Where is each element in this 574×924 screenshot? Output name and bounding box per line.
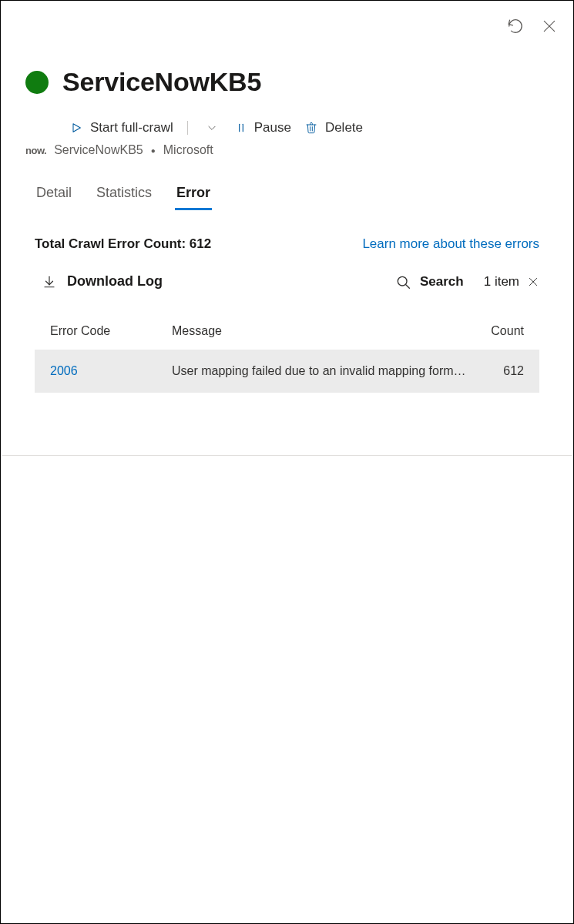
- table-header-row: Error Code Message Count: [35, 313, 539, 350]
- close-icon[interactable]: [541, 18, 558, 35]
- start-crawl-label: Start full-crawl: [90, 120, 173, 136]
- tab-error[interactable]: Error: [175, 180, 212, 209]
- status-indicator-icon: [25, 71, 49, 94]
- panel-top-controls: [507, 18, 558, 35]
- item-count-chip: 1 item: [484, 274, 539, 290]
- tab-content: Total Crawl Error Count: 612 Learn more …: [1, 209, 573, 393]
- delete-label: Delete: [325, 120, 363, 136]
- search-label: Search: [420, 274, 464, 290]
- start-crawl-dropdown[interactable]: [202, 122, 222, 133]
- header: ServiceNowKB5 Start full-crawl: [1, 1, 573, 136]
- learn-more-link[interactable]: Learn more about these errors: [362, 236, 539, 252]
- search-icon: [395, 274, 411, 290]
- error-message: User mapping failed due to an invalid ma…: [172, 364, 472, 378]
- pause-icon: [236, 122, 247, 134]
- col-header-count[interactable]: Count: [478, 324, 524, 338]
- download-icon: [42, 275, 56, 289]
- tab-strip: Detail Statistics Error: [1, 157, 573, 209]
- tab-detail[interactable]: Detail: [35, 180, 73, 209]
- breadcrumb: now. ServiceNowKB5 ● Microsoft: [1, 136, 573, 157]
- download-log-label: Download Log: [67, 273, 163, 290]
- svg-marker-2: [73, 124, 80, 132]
- command-bar: Start full-crawl Pause: [25, 97, 539, 136]
- flyout-panel: ServiceNowKB5 Start full-crawl: [0, 0, 574, 924]
- svg-point-9: [398, 276, 407, 286]
- page-title: ServiceNowKB5: [62, 67, 261, 97]
- total-error-count: Total Crawl Error Count: 612: [35, 236, 211, 252]
- svg-line-10: [406, 284, 410, 288]
- trash-icon: [305, 121, 317, 135]
- pause-button[interactable]: Pause: [236, 120, 291, 136]
- table-row[interactable]: 2006 User mapping failed due to an inval…: [35, 350, 539, 393]
- search-button[interactable]: Search: [395, 274, 464, 290]
- refresh-icon[interactable]: [507, 18, 524, 35]
- tab-statistics[interactable]: Statistics: [95, 180, 153, 209]
- servicenow-logo: now.: [25, 145, 46, 156]
- item-count-label: 1 item: [484, 274, 519, 290]
- delete-button[interactable]: Delete: [305, 120, 363, 136]
- start-crawl-button[interactable]: Start full-crawl: [70, 120, 173, 136]
- breadcrumb-item-tenant: Microsoft: [163, 143, 213, 157]
- content-divider: [2, 455, 572, 456]
- download-log-button[interactable]: Download Log: [42, 273, 163, 290]
- error-code-link[interactable]: 2006: [50, 364, 166, 378]
- summary-row: Total Crawl Error Count: 612 Learn more …: [35, 236, 539, 252]
- command-separator: [187, 121, 188, 135]
- breadcrumb-separator-icon: ●: [151, 146, 156, 155]
- col-header-message[interactable]: Message: [172, 324, 472, 338]
- play-icon: [70, 122, 82, 134]
- errors-table: Error Code Message Count 2006 User mappi…: [1, 313, 573, 393]
- right-tools: Search 1 item: [395, 274, 539, 290]
- pause-label: Pause: [254, 120, 291, 136]
- content-toolbar: Download Log Search 1 item: [35, 252, 539, 313]
- breadcrumb-item-connector: ServiceNowKB5: [54, 143, 143, 157]
- error-count: 612: [478, 364, 524, 378]
- title-row: ServiceNowKB5: [25, 67, 539, 97]
- col-header-code[interactable]: Error Code: [50, 324, 166, 338]
- clear-filter-icon[interactable]: [527, 276, 539, 288]
